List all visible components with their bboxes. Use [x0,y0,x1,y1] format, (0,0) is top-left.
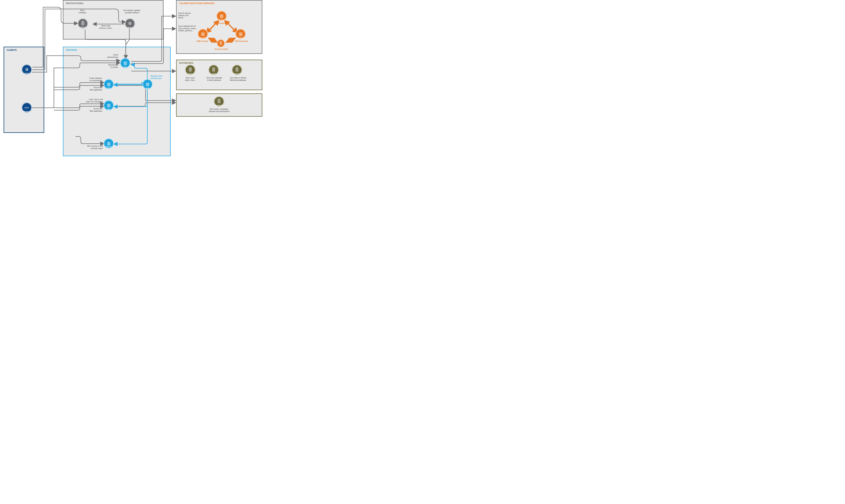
node-dictionary-service: ▥ Dictionary Service [104,138,114,149]
node-gitsvn: 🗄 Git/SVN [77,18,88,29]
gitsvn-icon: 🗄 Git/SVN [77,18,88,29]
audit-db-icon: 🗄 Audit [208,65,219,75]
diagram-canvas: REPOSITORIES CLIENTS SERVERS TALEND EXEC… [0,0,266,158]
zone-title-servers: SERVERS [66,49,77,51]
ann-esb-consumer: ESB Consumer [232,40,250,42]
ann-share-jobs: Share Jobs,services, routes... [95,25,117,29]
node-tdp: ▥ TDP [104,79,114,89]
node-service-locator: 🗄 [217,39,225,48]
node-runtime-right: ▥ Runtime [235,29,246,39]
zone-title-clients: CLIENTS [7,49,17,51]
ann-esb-infra: ESB Infrastructure [211,22,232,24]
iam-icon: ▥ IAM [142,79,153,89]
runtime-icon: ▥ Runtime [235,29,246,39]
ann-access-web-1: Access theWeb application [82,87,102,91]
tds-icon: ▥ TDS [104,100,114,111]
ann-setup-deploy: Set up deployment forJobs, services, rou… [178,25,205,32]
ann-send-audit: Send Job metadatato Audit database [204,77,225,81]
service-locator-icon: 🗄 [217,39,225,48]
node-audit-db: 🗄 Audit [208,65,219,75]
ann-admin-monitor: Administrate& monitor [99,64,118,68]
tdp-icon: ▥ TDP [104,79,114,89]
tac-icon: ▥ TAC [120,58,130,68]
ann-load-edit: Load, read or edittasks into campaigns [80,98,103,103]
ann-store-metadata: Storemetadata [75,9,89,14]
node-monitoring-db: 🗄 Monitoring [232,65,242,75]
monitoring-db-icon: 🗄 Monitoring [232,65,242,75]
ann-send-activity: Send data to ActivityMonitoring database [226,77,250,81]
zone-title-repositories: REPOSITORIES [66,2,83,5]
ann-get-updates: Get software updates& publish artifacts [119,9,144,14]
ann-manages-sso: Manages SSOauthentication [147,75,165,79]
ann-esb-provider: ESB Provider [194,40,211,42]
ann-access-web-2: Access theWeb application [82,108,102,112]
ann-store-users: Store users,rights, roles... [181,77,199,81]
zone-title-execution-servers: TALEND EXECUTION SERVERS [179,2,214,5]
ann-create-datasets: Create datasets,run preparations [82,77,102,82]
ann-service-locator-label: Service Locator [212,48,230,51]
node-tds: ▥ TDS [104,100,114,111]
mongodb-icon: 🗄 MongoDB [214,96,224,107]
node-tac: ▥ TAC [120,58,130,68]
zone-servers: SERVERS [63,47,171,156]
ann-check-auth: Checkauthorizations [99,54,118,58]
runtime-icon: ▥ Runtime [216,11,227,21]
ann-add-semantic: Add, remove or editsemantic types [80,145,103,149]
nexus-icon: ⚙ Nexus [125,18,135,29]
browser-icon: www. Browser [21,102,32,113]
ann-send-artifacts: Send & requestartifacts fromNexus [178,12,200,19]
node-admin-db: 🗄 Admin [185,65,195,75]
dictionary-icon: ▥ Dictionary Service [104,138,114,149]
node-mongodb: 🗄 MongoDB [214,96,224,107]
zone-title-databases: DATABASES [179,61,193,64]
admin-db-icon: 🗄 Admin [185,65,195,75]
node-studio: 🖥 Studio [21,64,32,75]
node-iam: ▥ IAM [142,79,153,89]
ann-store-tasks: Store tasks, campaigns,datasets and prep… [205,108,233,112]
node-runtime-top: ▥ Runtime [216,11,227,21]
studio-icon: 🖥 Studio [21,64,32,75]
node-nexus: ⚙ Nexus [125,18,135,29]
node-browser: www. Browser [21,102,32,113]
zone-clients: CLIENTS [4,47,44,133]
